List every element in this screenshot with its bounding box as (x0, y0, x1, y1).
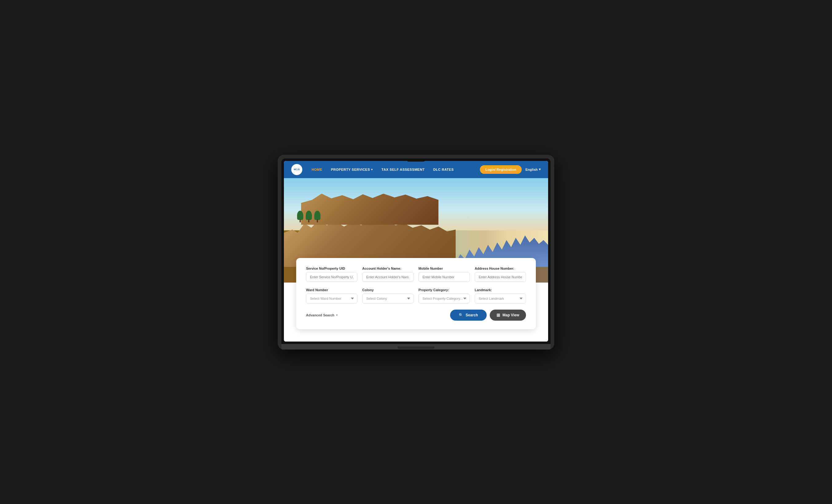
label-account-holder: Account Holder's Name: (362, 267, 414, 270)
logo-icon: MCJS (291, 164, 302, 175)
field-ward-number: Ward Number Select Ward Number (306, 288, 357, 303)
label-colony: Colony (362, 288, 414, 292)
select-landmark[interactable]: Select Landmark (475, 294, 526, 303)
input-address-house[interactable] (475, 272, 526, 282)
nav-item-property-services[interactable]: PROPERTY SERVICES ▾ (327, 161, 377, 178)
label-ward-number: Ward Number (306, 288, 357, 292)
search-row-dropdowns: Ward Number Select Ward Number Colony Se… (306, 288, 526, 303)
map-view-button-label: Map View (503, 313, 519, 317)
label-address-house: Address House Number: (475, 267, 526, 270)
laptop-notch (407, 158, 425, 162)
tree-1 (297, 211, 303, 220)
search-button-label: Search (466, 313, 478, 317)
search-actions: Advanced Search ▾ Search Map View (306, 310, 526, 321)
bottom-white-space (284, 329, 548, 342)
tree-3 (314, 211, 320, 220)
language-selector[interactable]: English ▾ (525, 167, 541, 171)
trees-decoration (297, 211, 320, 220)
map-view-button[interactable]: Map View (490, 310, 526, 321)
fort-upper-wall (301, 194, 438, 225)
field-colony: Colony Select Colony (362, 288, 414, 303)
search-button[interactable]: Search (450, 310, 487, 321)
input-account-holder[interactable] (362, 272, 414, 282)
map-icon (496, 313, 500, 318)
search-row-inputs: Service No/Property UID Account Holder's… (306, 267, 526, 282)
label-service-no: Service No/Property UID (306, 267, 357, 270)
nav-item-dlc-rates[interactable]: DLC RATES (429, 161, 458, 178)
select-ward-number[interactable]: Select Ward Number (306, 294, 357, 303)
language-dropdown-arrow: ▾ (539, 167, 541, 171)
label-property-category: Property Category: (418, 288, 470, 292)
field-mobile: Mobile Number (418, 267, 470, 282)
advanced-search-toggle[interactable]: Advanced Search ▾ (306, 313, 338, 317)
nav-right: Login/ Registration English ▾ (480, 165, 541, 174)
field-property-category: Property Category: Select Property Categ… (418, 288, 470, 303)
laptop-container: MCJS HOME PROPERTY SERVICES ▾ TAX SELF A… (278, 155, 554, 349)
select-colony[interactable]: Select Colony (362, 294, 414, 303)
nav-item-tax-self-assessment[interactable]: TAX SELF ASSESSMENT (377, 161, 429, 178)
field-service-no: Service No/Property UID (306, 267, 357, 282)
advanced-search-arrow: ▾ (336, 314, 338, 317)
search-icon (459, 313, 463, 317)
search-panel: Service No/Property UID Account Holder's… (296, 258, 536, 329)
tree-2 (306, 211, 312, 220)
select-property-category[interactable]: Select Property Category... (418, 294, 470, 303)
field-address-house: Address House Number: (475, 267, 526, 282)
dropdown-arrow-property: ▾ (371, 168, 373, 171)
input-mobile[interactable] (418, 272, 470, 282)
action-buttons: Search Map View (450, 310, 526, 321)
navbar: MCJS HOME PROPERTY SERVICES ▾ TAX SELF A… (284, 161, 548, 178)
screen-bezel: MCJS HOME PROPERTY SERVICES ▾ TAX SELF A… (281, 158, 551, 344)
field-account-holder: Account Holder's Name: (362, 267, 414, 282)
input-service-no[interactable] (306, 272, 357, 282)
laptop-screen: MCJS HOME PROPERTY SERVICES ▾ TAX SELF A… (284, 161, 548, 342)
logo-text: MCJS (294, 168, 300, 171)
laptop-base (281, 344, 551, 349)
nav-item-home[interactable]: HOME (307, 161, 327, 178)
advanced-search-label: Advanced Search (306, 313, 334, 317)
label-mobile: Mobile Number (418, 267, 470, 270)
login-registration-button[interactable]: Login/ Registration (480, 165, 522, 174)
laptop-hinge (397, 346, 435, 349)
field-landmark: Landmark: Select Landmark (475, 288, 526, 303)
nav-links: HOME PROPERTY SERVICES ▾ TAX SELF ASSESS… (307, 161, 480, 178)
label-landmark: Landmark: (475, 288, 526, 292)
language-label: English (525, 168, 538, 171)
nav-logo: MCJS (291, 164, 302, 175)
